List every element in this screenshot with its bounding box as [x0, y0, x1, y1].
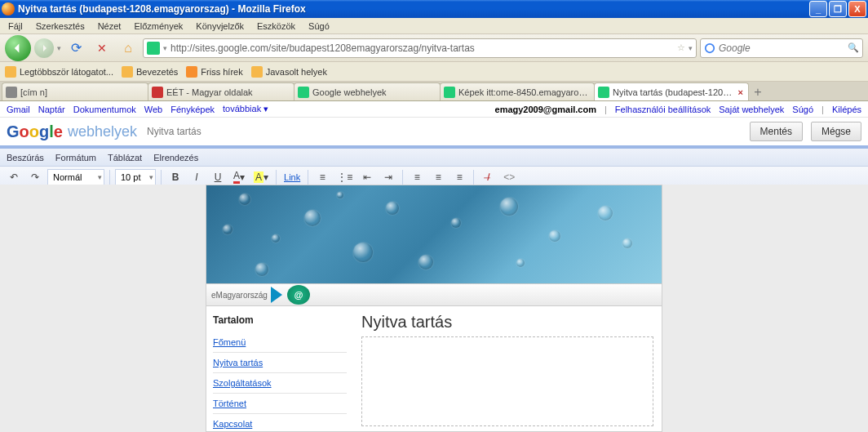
sites-brand: webhelyek [68, 123, 137, 140]
sidebar-link-home[interactable]: Főmenü [213, 332, 347, 353]
menu-history[interactable]: Előzmények [129, 20, 188, 33]
sidebar-title: Tartalom [213, 314, 347, 326]
menu-help[interactable]: Súgó [303, 20, 334, 33]
bookmark-item[interactable]: Bevezetés [122, 66, 178, 78]
url-bar[interactable]: ▾ ☆ ▾ [143, 38, 697, 58]
home-button[interactable]: ⌂ [117, 37, 140, 60]
tab-label: Képek itt:ome-8450.emagyarorszá… [458, 87, 591, 97]
url-input[interactable] [170, 42, 674, 54]
gbar-link-web[interactable]: Web [144, 105, 162, 114]
page-subtitle: Nyitva tartás [147, 126, 202, 137]
gbar-link-signout[interactable]: Kilépés [832, 105, 861, 114]
at-logo-icon: @ [287, 285, 310, 305]
menu-view[interactable]: Nézet [93, 20, 126, 33]
redo-button[interactable]: ↷ [26, 169, 44, 185]
site-favicon-icon [147, 42, 160, 55]
bg-color-button[interactable]: A▾ [251, 169, 271, 185]
sidebar-link-history[interactable]: Történet [213, 394, 347, 414]
reload-button[interactable]: ⟳ [64, 37, 87, 60]
align-center-button[interactable]: ≡ [429, 169, 447, 185]
window-minimize-button[interactable]: _ [809, 1, 827, 17]
browser-tab[interactable]: Képek itt:ome-8450.emagyarorszá… [440, 82, 595, 100]
italic-button[interactable]: I [188, 169, 206, 185]
tab-favicon-icon [152, 87, 163, 98]
search-bar[interactable]: 🔍 [700, 38, 863, 58]
bold-button[interactable]: B [166, 169, 184, 185]
bookmark-item[interactable]: Legtöbbször látogatot... [5, 66, 113, 78]
window-titlebar: Nyitva tartás (budapest-1208.emagyarorsz… [0, 0, 868, 18]
style-select[interactable]: Normál [47, 169, 104, 185]
gbar-link-help[interactable]: Súgó [792, 105, 813, 114]
arrow-icon [271, 287, 282, 303]
save-button[interactable]: Mentés [750, 122, 803, 141]
menu-tools[interactable]: Eszközök [252, 20, 300, 33]
menu-bookmarks[interactable]: Könyvjelzők [191, 20, 249, 33]
google-icon [704, 42, 715, 54]
editor-menu-table[interactable]: Táblázat [108, 153, 142, 163]
numbered-list-button[interactable]: ≡ [313, 169, 331, 185]
browser-tab-active[interactable]: Nyitva tartás (budapest-1208.em…× [594, 82, 749, 100]
html-button[interactable]: <> [500, 169, 518, 185]
window-close-button[interactable]: X [848, 1, 866, 17]
search-input[interactable] [719, 42, 844, 54]
bookmark-item[interactable]: Javasolt helyek [251, 66, 327, 78]
align-right-button[interactable]: ≡ [450, 169, 468, 185]
undo-button[interactable]: ↶ [5, 169, 23, 185]
browser-tab[interactable]: EÉT - Magyar oldalak [148, 82, 294, 100]
gbar-link-calendar[interactable]: Naptár [38, 105, 65, 114]
gbar-link-docs[interactable]: Dokumentumok [73, 105, 136, 114]
cancel-button[interactable]: Mégse [811, 122, 861, 141]
sidebar-link-services[interactable]: Szolgáltatások [213, 373, 347, 394]
editor-menu-layout[interactable]: Elrendezés [153, 153, 198, 163]
forward-button[interactable] [34, 38, 54, 58]
search-go-icon[interactable]: 🔍 [848, 42, 859, 53]
folder-icon [5, 66, 16, 78]
sites-header: Google webhelyek Nyitva tartás Mentés Mé… [0, 118, 868, 145]
menu-file[interactable]: Fájl [3, 20, 28, 33]
svg-point-0 [706, 43, 715, 52]
new-tab-button[interactable]: + [748, 84, 768, 100]
outdent-button[interactable]: ⇤ [358, 169, 376, 185]
bookmark-label: Friss hírek [201, 67, 242, 77]
site-sidebar: Tartalom Főmenü Nyitva tartás Szolgáltat… [206, 306, 353, 432]
gbar-link-settings[interactable]: Felhasználói beállítások [615, 105, 711, 114]
browser-tab[interactable]: [cím n] [2, 82, 148, 100]
window-title: Nyitva tartás (budapest-1208.emagyarorsz… [18, 3, 809, 15]
bookmark-star-icon[interactable]: ☆ [677, 42, 685, 53]
link-button[interactable]: Link [281, 169, 303, 185]
editor-menu-format[interactable]: Formátum [55, 153, 96, 163]
menu-edit[interactable]: Szerkesztés [31, 20, 90, 33]
gbar-link-photos[interactable]: Fényképek [170, 105, 215, 114]
back-button[interactable] [5, 35, 31, 61]
folder-icon [251, 66, 263, 78]
align-left-button[interactable]: ≡ [408, 169, 426, 185]
history-dropdown-icon[interactable]: ▾ [57, 44, 61, 52]
folder-icon [122, 66, 133, 78]
bullet-list-button[interactable]: ⋮≡ [334, 169, 355, 185]
navigation-toolbar: ▾ ⟳ ✕ ⌂ ▾ ☆ ▾ 🔍 [0, 34, 868, 62]
url-dropdown-icon[interactable]: ▾ [689, 44, 693, 52]
gbar-link-gmail[interactable]: Gmail [7, 105, 30, 114]
content-editor[interactable] [361, 336, 653, 426]
gbar-link-mysites[interactable]: Saját webhelyek [719, 105, 784, 114]
gbar-link-more[interactable]: továbbiak ▾ [223, 104, 268, 114]
fontsize-select[interactable]: 10 pt [115, 169, 156, 185]
bookmark-label: Javasolt helyek [266, 67, 327, 77]
indent-button[interactable]: ⇥ [379, 169, 397, 185]
bookmark-item[interactable]: Friss hírek [186, 66, 242, 78]
window-maximize-button[interactable]: ❐ [829, 1, 847, 17]
stop-button[interactable]: ✕ [91, 37, 113, 60]
firefox-menubar: Fájl Szerkesztés Nézet Előzmények Könyvj… [0, 18, 868, 34]
editor-menu-insert[interactable]: Beszúrás [7, 153, 44, 163]
text-color-button[interactable]: A▾ [230, 169, 248, 185]
clear-format-button[interactable]: I̶ [479, 169, 497, 185]
tab-close-icon[interactable]: × [737, 87, 745, 97]
identity-dropdown-icon[interactable]: ▾ [163, 44, 167, 52]
sidebar-link-contact[interactable]: Kapcsolat [213, 414, 347, 432]
bookmarks-toolbar: Legtöbbször látogatot... Bevezetés Friss… [0, 62, 868, 82]
browser-tab[interactable]: Google webhelyek [294, 82, 441, 100]
underline-button[interactable]: U [209, 169, 227, 185]
bookmark-label: Legtöbbször látogatot... [20, 67, 113, 77]
site-banner [206, 185, 662, 283]
sidebar-link-hours[interactable]: Nyitva tartás [213, 353, 347, 373]
